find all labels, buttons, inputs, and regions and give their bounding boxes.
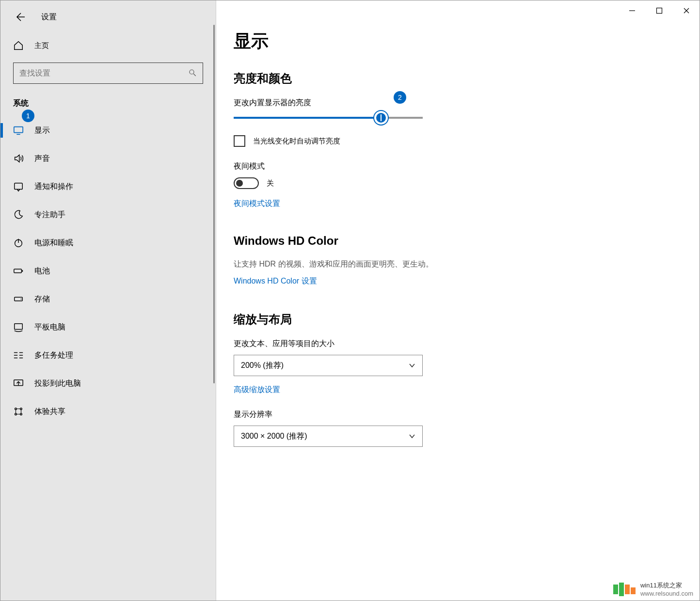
auto-brightness-label: 当光线变化时自动调节亮度: [253, 137, 340, 146]
main-content: 显示 亮度和颜色 更改内置显示器的亮度 2 当光线变化时自动调节亮度 夜间模式 …: [216, 0, 700, 601]
resolution-dropdown-value: 3000 × 2000 (推荐): [241, 431, 307, 442]
sidebar-item-label: 显示: [34, 126, 50, 136]
annotation-badge-2: 2: [394, 91, 406, 104]
watermark-logo: [613, 583, 636, 596]
sidebar-item-multitask[interactable]: 多任务处理: [0, 341, 216, 369]
scale-label: 更改文本、应用等项目的大小: [234, 339, 700, 349]
toggle-knob: [236, 180, 243, 187]
night-mode-settings-link[interactable]: 夜间模式设置: [234, 199, 280, 209]
svg-point-4: [190, 70, 194, 74]
sidebar-item-storage[interactable]: 存储: [0, 285, 216, 313]
minimize-button[interactable]: [619, 0, 646, 21]
svg-point-25: [20, 408, 22, 410]
sidebar-item-focus[interactable]: 专注助手: [0, 201, 216, 229]
search-box[interactable]: [13, 63, 203, 84]
auto-brightness-checkbox[interactable]: [234, 135, 245, 147]
multitask-icon: [13, 350, 24, 361]
svg-point-27: [20, 413, 22, 415]
sidebar-item-label: 平板电脑: [34, 322, 65, 332]
svg-rect-11: [14, 269, 22, 272]
night-mode-label: 夜间模式: [234, 161, 700, 172]
project-icon: [13, 378, 24, 389]
sidebar-item-label: 通知和操作: [34, 182, 73, 192]
svg-line-5: [193, 74, 196, 76]
sidebar-item-label: 投影到此电脑: [34, 379, 81, 389]
chevron-down-icon: [409, 433, 415, 440]
page-title: 显示: [234, 30, 700, 53]
sidebar-item-label: 声音: [34, 154, 50, 164]
scale-heading: 缩放与布局: [234, 312, 700, 327]
night-mode-state: 关: [267, 179, 274, 188]
share-icon: [13, 406, 24, 417]
sidebar-item-label: 电源和睡眠: [34, 238, 73, 248]
svg-point-14: [21, 299, 22, 300]
night-mode-toggle[interactable]: [234, 177, 259, 189]
moon-icon: [13, 209, 24, 220]
svg-point-24: [15, 408, 17, 410]
hdr-settings-link[interactable]: Windows HD Color 设置: [234, 276, 317, 286]
svg-rect-8: [15, 183, 23, 190]
sidebar-item-display[interactable]: 1 显示: [0, 116, 216, 144]
scale-dropdown[interactable]: 200% (推荐): [234, 355, 423, 376]
svg-rect-12: [22, 270, 23, 272]
nav-home-label: 主页: [34, 41, 49, 50]
watermark: win11系统之家 www.relsound.com: [613, 581, 693, 597]
power-icon: [13, 237, 24, 248]
brightness-slider-thumb[interactable]: [374, 111, 388, 125]
battery-icon: [13, 266, 24, 276]
hdr-heading: Windows HD Color: [234, 234, 700, 248]
close-button[interactable]: [673, 0, 700, 21]
sidebar-item-label: 存储: [34, 294, 50, 304]
sidebar-item-label: 多任务处理: [34, 350, 73, 361]
scale-dropdown-value: 200% (推荐): [241, 361, 284, 371]
sidebar-item-share[interactable]: 体验共享: [0, 397, 216, 426]
hdr-description: 让支持 HDR 的视频、游戏和应用的画面更明亮、更生动。: [234, 259, 700, 269]
svg-point-26: [15, 413, 17, 415]
search-icon: [188, 68, 197, 79]
tablet-icon: [13, 322, 24, 332]
sidebar-item-project[interactable]: 投影到此电脑: [0, 369, 216, 397]
sidebar-item-power[interactable]: 电源和睡眠: [0, 229, 216, 257]
brightness-slider[interactable]: [234, 117, 423, 119]
sidebar-item-sound[interactable]: 声音: [0, 144, 216, 173]
sound-icon: [13, 153, 24, 164]
sidebar: 设置 主页 系统 1 显示 声音: [0, 0, 216, 601]
sidebar-item-label: 电池: [34, 266, 50, 276]
chevron-down-icon: [409, 362, 415, 369]
back-button[interactable]: [12, 9, 28, 25]
maximize-button[interactable]: [646, 0, 673, 21]
search-input[interactable]: [19, 69, 188, 78]
sidebar-item-label: 体验共享: [34, 407, 65, 417]
storage-icon: [13, 294, 24, 304]
sidebar-item-tablet[interactable]: 平板电脑: [0, 313, 216, 341]
annotation-badge-1: 1: [22, 110, 34, 122]
sidebar-item-notifications[interactable]: 通知和操作: [0, 173, 216, 201]
app-title: 设置: [41, 12, 57, 22]
home-icon: [13, 40, 24, 51]
resolution-label: 显示分辨率: [234, 410, 700, 420]
watermark-text2: www.relsound.com: [640, 590, 693, 597]
nav-home[interactable]: 主页: [0, 33, 216, 58]
resolution-dropdown[interactable]: 3000 × 2000 (推荐): [234, 426, 423, 447]
notification-icon: [13, 181, 24, 192]
advanced-scale-link[interactable]: 高级缩放设置: [234, 385, 280, 395]
watermark-text1: win11系统之家: [640, 581, 693, 590]
brightness-slider-fill: [234, 117, 381, 119]
monitor-icon: [13, 125, 24, 136]
sidebar-item-battery[interactable]: 电池: [0, 257, 216, 285]
svg-rect-6: [14, 127, 23, 133]
svg-rect-1: [657, 8, 662, 14]
brightness-heading: 亮度和颜色: [234, 71, 700, 86]
svg-rect-15: [15, 324, 23, 330]
sidebar-item-label: 专注助手: [34, 210, 65, 220]
